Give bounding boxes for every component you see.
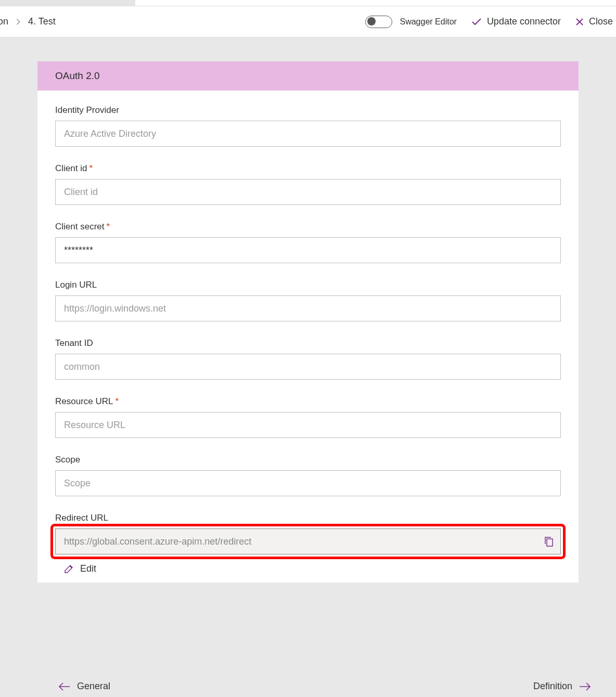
identity-provider-input[interactable]: [55, 121, 561, 147]
redirect-url-value: https://global.consent.azure-apim.net/re…: [64, 536, 544, 547]
svg-rect-0: [547, 539, 553, 546]
update-connector-button[interactable]: Update connector: [471, 16, 561, 27]
resource-url-input[interactable]: [55, 412, 561, 438]
breadcrumb-current[interactable]: 4. Test: [28, 16, 56, 27]
toggle-knob: [367, 17, 376, 25]
swagger-toggle[interactable]: [365, 16, 392, 28]
tab-stub: [0, 0, 135, 6]
client-id-label-text: Client id: [55, 163, 87, 173]
redirect-url-label: Redirect URL: [55, 513, 561, 523]
client-secret-label: Client secret*: [55, 222, 561, 232]
chevron-right-icon: [16, 18, 21, 25]
tenant-id-label: Tenant ID: [55, 338, 561, 348]
toolbar-actions: Swagger Editor Update connector Close: [365, 16, 616, 28]
breadcrumb-prev-fragment: on: [0, 16, 8, 27]
pencil-icon: [63, 564, 74, 574]
card-body: Identity Provider Client id* Client secr…: [37, 91, 579, 583]
toolbar: on 4. Test Swagger Editor Update connect…: [0, 6, 616, 37]
footer-next-link[interactable]: Definition: [533, 681, 591, 692]
identity-provider-group: Identity Provider: [55, 105, 561, 147]
tenant-id-group: Tenant ID: [55, 338, 561, 380]
oauth-card: OAuth 2.0 Identity Provider Client id* C…: [37, 61, 579, 583]
required-asterisk: *: [89, 163, 93, 173]
footer-next-label: Definition: [533, 681, 572, 692]
client-secret-group: Client secret*: [55, 222, 561, 263]
footer-nav: General Definition: [0, 681, 616, 692]
swagger-label: Swagger Editor: [400, 17, 456, 27]
card-header: OAuth 2.0: [37, 61, 579, 91]
required-asterisk: *: [116, 396, 119, 406]
copy-icon[interactable]: [544, 536, 554, 547]
redirect-url-field: https://global.consent.azure-apim.net/re…: [55, 528, 561, 554]
edit-link[interactable]: Edit: [55, 563, 561, 574]
update-connector-label: Update connector: [487, 16, 561, 27]
arrow-right-icon: [579, 682, 591, 691]
required-asterisk: *: [106, 222, 110, 231]
edit-label: Edit: [80, 563, 96, 574]
client-secret-label-text: Client secret: [55, 222, 104, 231]
footer-prev-link[interactable]: General: [58, 681, 110, 692]
footer-prev-label: General: [77, 681, 110, 692]
client-id-group: Client id*: [55, 163, 561, 205]
client-secret-input[interactable]: [55, 237, 561, 263]
breadcrumb: on 4. Test: [0, 16, 56, 27]
close-icon: [575, 18, 584, 26]
redirect-url-group: Redirect URL https://global.consent.azur…: [55, 513, 561, 574]
close-label: Close: [589, 16, 613, 27]
arrow-left-icon: [58, 682, 71, 691]
close-button[interactable]: Close: [575, 16, 613, 27]
checkmark-icon: [471, 18, 482, 26]
top-tab-bar: [0, 0, 616, 6]
client-id-input[interactable]: [55, 179, 561, 205]
tenant-id-input[interactable]: [55, 354, 561, 380]
login-url-label: Login URL: [55, 280, 561, 290]
content-area: OAuth 2.0 Identity Provider Client id* C…: [0, 37, 616, 583]
login-url-group: Login URL: [55, 280, 561, 321]
swagger-toggle-group: Swagger Editor: [365, 16, 456, 28]
resource-url-label: Resource URL*: [55, 396, 561, 407]
redirect-highlight: https://global.consent.azure-apim.net/re…: [50, 524, 566, 559]
identity-provider-label: Identity Provider: [55, 105, 561, 115]
scope-input[interactable]: [55, 470, 561, 496]
resource-url-group: Resource URL*: [55, 396, 561, 438]
scope-group: Scope: [55, 455, 561, 496]
scope-label: Scope: [55, 455, 561, 465]
login-url-input[interactable]: [55, 295, 561, 321]
resource-url-label-text: Resource URL: [55, 396, 113, 406]
client-id-label: Client id*: [55, 163, 561, 174]
